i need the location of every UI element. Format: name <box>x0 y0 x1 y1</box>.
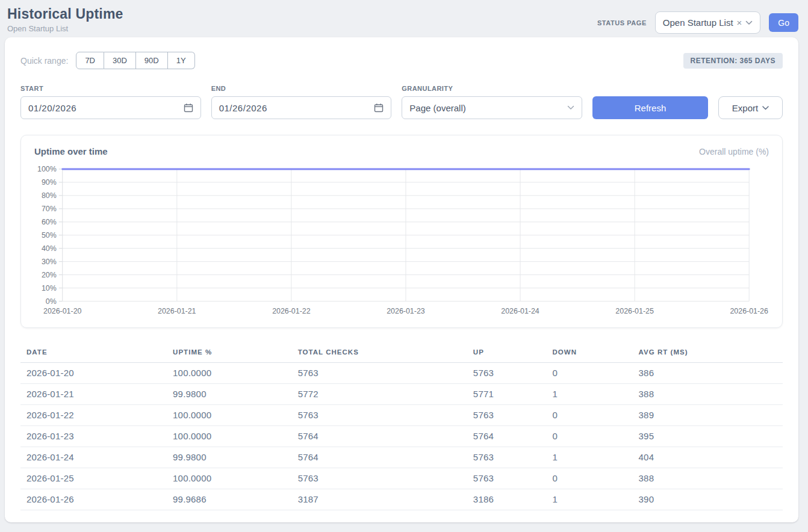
cell-date: 2026-01-26 <box>20 489 167 510</box>
y-tick-label: 100% <box>37 165 57 173</box>
cell-avg-rt: 404 <box>633 447 783 468</box>
column-header-up: UP <box>467 342 547 363</box>
start-date-value: 01/20/2026 <box>28 103 76 113</box>
table-row: 2026-01-22100.0000576357630389 <box>20 405 783 426</box>
y-tick-label: 30% <box>42 258 57 266</box>
cell-total-checks: 5772 <box>292 384 467 405</box>
granularity-selected-value: Page (overall) <box>409 103 465 113</box>
quick-range-30d-button[interactable]: 30D <box>104 52 136 69</box>
start-date-label: START <box>20 85 201 92</box>
cell-up: 5771 <box>467 384 547 405</box>
x-tick-label: 2026-01-21 <box>158 307 196 315</box>
cell-down: 0 <box>547 426 633 447</box>
end-date-field: END 01/26/2026 <box>211 85 392 119</box>
cell-avg-rt: 388 <box>633 468 783 489</box>
cell-up: 5763 <box>467 468 547 489</box>
cell-uptime-pct: 99.9800 <box>167 384 292 405</box>
granularity-select[interactable]: Page (overall) <box>402 96 582 119</box>
chart-title: Uptime over time <box>34 146 108 156</box>
retention-badge: RETENTION: 365 DAYS <box>683 53 783 69</box>
topbar-right: STATUS PAGE Open Startup List × Go <box>597 11 798 34</box>
cell-down: 1 <box>547 384 633 405</box>
calendar-icon[interactable] <box>184 103 193 113</box>
chart-legend: Overall uptime (%) <box>699 147 769 156</box>
table-header-row: DATEUPTIME %TOTAL CHECKSUPDOWNAVG RT (MS… <box>20 342 783 363</box>
cell-up: 3186 <box>467 489 547 510</box>
cell-up: 5763 <box>467 447 547 468</box>
cell-total-checks: 5764 <box>292 447 467 468</box>
quick-range-90d-button[interactable]: 90D <box>136 52 168 69</box>
y-tick-label: 20% <box>42 271 57 279</box>
cell-date: 2026-01-21 <box>20 384 167 405</box>
y-tick-label: 10% <box>42 284 57 292</box>
cell-date: 2026-01-25 <box>20 468 167 489</box>
table-row: 2026-01-25100.0000576357630388 <box>20 468 783 489</box>
x-tick-label: 2026-01-25 <box>615 307 654 315</box>
clear-selection-icon[interactable]: × <box>737 18 742 27</box>
end-date-value: 01/26/2026 <box>219 103 267 113</box>
main-panel: Quick range: 7D30D90D1Y RETENTION: 365 D… <box>5 37 798 522</box>
x-tick-label: 2026-01-23 <box>387 307 425 315</box>
end-date-label: END <box>211 85 392 92</box>
calendar-icon[interactable] <box>374 103 384 113</box>
cell-total-checks: 5763 <box>292 405 467 426</box>
topbar: Historical Uptime Open Startup List STAT… <box>0 0 808 37</box>
cell-up: 5764 <box>467 426 547 447</box>
x-tick-label: 2026-01-26 <box>730 307 768 315</box>
quick-range-group: 7D30D90D1Y <box>76 52 194 69</box>
x-tick-label: 2026-01-24 <box>501 307 539 315</box>
x-tick-label: 2026-01-22 <box>272 307 311 315</box>
export-button-label: Export <box>732 103 758 113</box>
cell-uptime-pct: 100.0000 <box>167 405 292 426</box>
column-header-total-checks: TOTAL CHECKS <box>292 342 467 363</box>
cell-uptime-pct: 100.0000 <box>167 426 292 447</box>
refresh-button[interactable]: Refresh <box>592 96 708 119</box>
cell-down: 1 <box>547 489 633 510</box>
y-tick-label: 70% <box>42 205 57 213</box>
cell-up: 5763 <box>467 405 547 426</box>
title-block: Historical Uptime Open Startup List <box>7 6 123 33</box>
go-button[interactable]: Go <box>769 13 798 32</box>
cell-uptime-pct: 99.9800 <box>167 447 292 468</box>
cell-down: 1 <box>547 447 633 468</box>
column-header-date: DATE <box>20 342 167 363</box>
column-header-down: DOWN <box>547 342 633 363</box>
chevron-down-icon <box>567 105 574 110</box>
y-tick-label: 80% <box>42 191 57 200</box>
quick-range-7d-button[interactable]: 7D <box>76 52 104 69</box>
cell-avg-rt: 390 <box>633 489 783 510</box>
uptime-line-chart: 0%10%20%30%40%50%60%70%80%90%100%2026-01… <box>34 165 769 321</box>
end-date-input[interactable]: 01/26/2026 <box>211 96 392 119</box>
x-tick-label: 2026-01-20 <box>43 307 82 315</box>
status-page-select[interactable]: Open Startup List × <box>655 11 761 34</box>
table-row: 2026-01-2199.9800577257711388 <box>20 384 783 405</box>
y-tick-label: 50% <box>42 231 57 240</box>
status-page-selected-value: Open Startup List <box>663 17 733 28</box>
cell-date: 2026-01-20 <box>20 363 167 384</box>
column-header-uptime-pct: UPTIME % <box>167 342 292 363</box>
quick-range-label: Quick range: <box>20 56 68 66</box>
export-button[interactable]: Export <box>718 96 783 119</box>
cell-total-checks: 5764 <box>292 426 467 447</box>
quick-range-1y-button[interactable]: 1Y <box>168 52 195 69</box>
controls-row: START 01/20/2026 END 01/26/2026 GRANULAR… <box>20 85 783 119</box>
granularity-label: GRANULARITY <box>402 85 582 92</box>
page-title: Historical Uptime <box>7 6 123 22</box>
uptime-chart-card: Uptime over time Overall uptime (%) 0%10… <box>20 135 783 328</box>
y-tick-label: 0% <box>46 297 57 306</box>
cell-avg-rt: 388 <box>633 384 783 405</box>
table-row: 2026-01-23100.0000576457640395 <box>20 426 783 447</box>
start-date-input[interactable]: 01/20/2026 <box>20 96 201 119</box>
chevron-down-icon <box>762 106 769 110</box>
cell-avg-rt: 395 <box>633 426 783 447</box>
table-row: 2026-01-2499.9800576457631404 <box>20 447 783 468</box>
granularity-field: GRANULARITY Page (overall) <box>402 85 582 119</box>
cell-uptime-pct: 100.0000 <box>167 363 292 384</box>
y-tick-label: 90% <box>42 178 57 187</box>
cell-total-checks: 5763 <box>292 468 467 489</box>
uptime-chart-svg: 0%10%20%30%40%50%60%70%80%90%100%2026-01… <box>34 165 769 321</box>
cell-date: 2026-01-22 <box>20 405 167 426</box>
cell-down: 0 <box>547 363 633 384</box>
quick-range-row: Quick range: 7D30D90D1Y RETENTION: 365 D… <box>20 52 783 69</box>
start-date-field: START 01/20/2026 <box>20 85 201 119</box>
